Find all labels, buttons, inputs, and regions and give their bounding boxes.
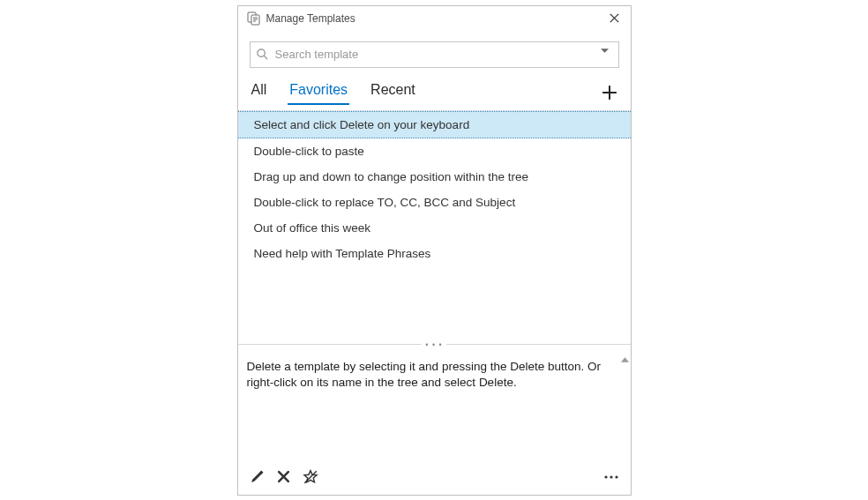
more-dots-icon	[604, 475, 618, 479]
splitter[interactable]: • • •	[238, 344, 631, 354]
template-list: Select and click Delete on your keyboard…	[238, 110, 631, 266]
svg-point-19	[615, 475, 617, 478]
tab-favorites[interactable]: Favorites	[288, 80, 349, 105]
svg-point-17	[604, 475, 607, 478]
manage-templates-panel: Manage Templates All Favorites Recent	[237, 5, 632, 496]
list-item[interactable]: Need help with Template Phrases	[238, 241, 631, 266]
svg-marker-12	[621, 357, 629, 362]
preview-text: Delete a template by selecting it and pr…	[247, 360, 601, 389]
search-icon	[256, 48, 270, 62]
tab-row: All Favorites Recent	[238, 80, 631, 105]
close-icon	[609, 12, 620, 24]
search-dropdown-button[interactable]	[601, 49, 613, 61]
tab-all[interactable]: All	[250, 80, 269, 105]
plus-icon	[602, 85, 617, 101]
list-item[interactable]: Double-click to paste	[238, 138, 631, 164]
delete-button[interactable]	[275, 468, 293, 486]
unfavorite-button[interactable]	[302, 468, 319, 486]
chevron-down-icon	[601, 49, 609, 54]
list-item[interactable]: Double-click to replace TO, CC, BCC and …	[238, 190, 631, 215]
tab-recent[interactable]: Recent	[369, 80, 417, 105]
list-item[interactable]: Out of office this week	[238, 215, 631, 241]
add-template-button[interactable]	[600, 83, 619, 102]
more-button[interactable]	[602, 468, 620, 486]
preview-pane: Delete a template by selecting it and pr…	[238, 354, 631, 459]
close-button[interactable]	[606, 10, 624, 27]
svg-line-8	[264, 56, 267, 59]
pencil-icon	[250, 469, 265, 484]
splitter-grip-icon: • • •	[422, 340, 445, 349]
search-input[interactable]	[275, 48, 601, 61]
delete-x-icon	[276, 469, 291, 484]
scroll-up-icon[interactable]	[621, 357, 629, 362]
svg-point-7	[257, 49, 264, 56]
search-bar[interactable]	[250, 41, 619, 68]
footer-toolbar	[238, 459, 631, 495]
list-empty-area	[238, 266, 631, 344]
titlebar: Manage Templates	[238, 6, 631, 31]
list-item[interactable]: Select and click Delete on your keyboard	[238, 111, 631, 138]
svg-point-18	[610, 475, 612, 478]
templates-icon	[247, 11, 261, 26]
edit-button[interactable]	[249, 468, 266, 486]
svg-marker-9	[601, 49, 609, 53]
panel-title: Manage Templates	[266, 12, 606, 25]
list-item[interactable]: Drag up and down to change position with…	[238, 164, 631, 190]
star-off-icon	[303, 469, 318, 485]
